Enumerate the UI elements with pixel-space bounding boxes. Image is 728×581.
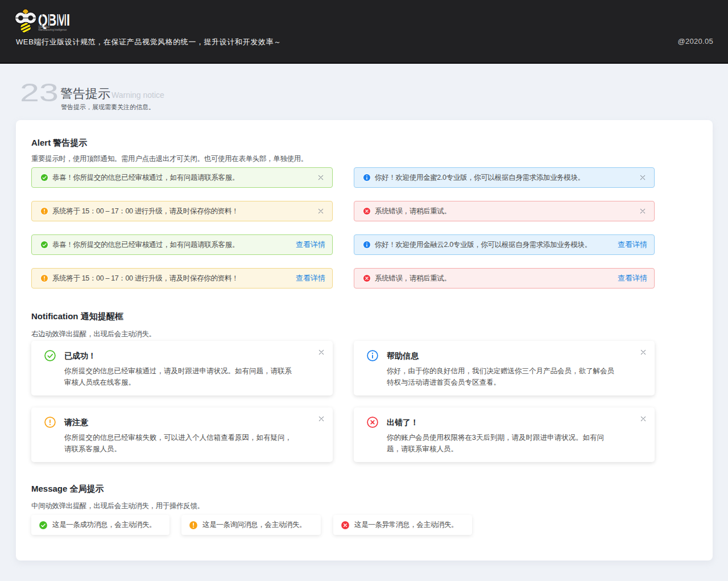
svg-text:Manufacturing Intelligence: Manufacturing Intelligence [38, 28, 67, 31]
